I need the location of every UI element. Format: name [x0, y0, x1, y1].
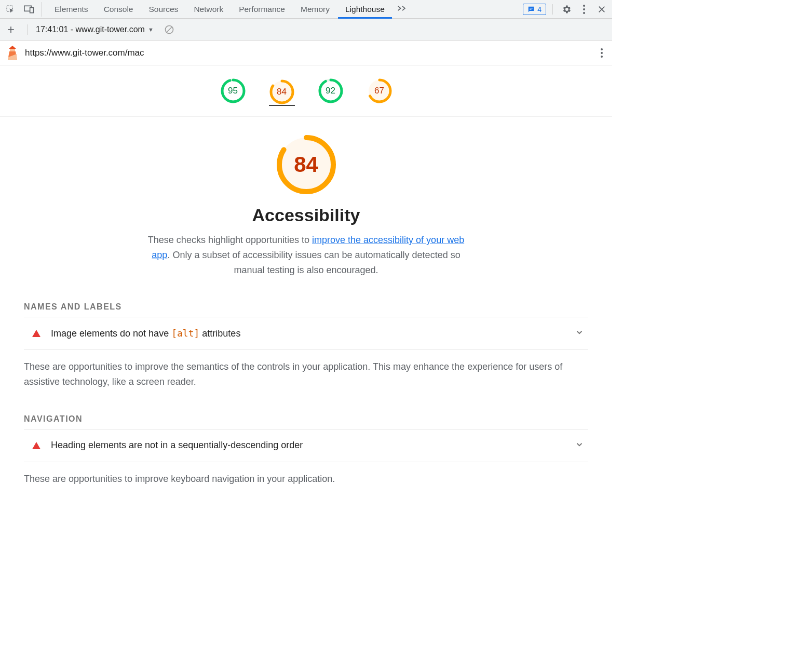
tab-elements[interactable]: Elements	[47, 0, 96, 19]
audit-title: Image elements do not have [alt] attribu…	[51, 328, 240, 339]
report-url-row: https://www.git-tower.com/mac	[0, 41, 612, 65]
svg-rect-2	[30, 7, 34, 12]
score-pill-best-practices[interactable]: 92	[318, 78, 344, 106]
chevron-down-icon: ▼	[148, 26, 154, 33]
audit-row-alt[interactable]: Image elements do not have [alt] attribu…	[24, 317, 588, 350]
svg-rect-3	[530, 8, 533, 8]
score-pill-accessibility[interactable]: 84	[269, 78, 295, 106]
fail-triangle-icon	[32, 330, 40, 337]
audit-text-code: [alt]	[171, 328, 199, 339]
tab-performance[interactable]: Performance	[232, 0, 292, 19]
run-selector[interactable]: 17:41:01 - www.git-tower.com ▼	[36, 25, 154, 34]
separator	[27, 24, 28, 35]
tab-memory[interactable]: Memory	[293, 0, 337, 19]
separator	[552, 4, 553, 15]
tab-lighthouse[interactable]: Lighthouse	[338, 0, 392, 19]
inspect-icon[interactable]	[3, 2, 18, 17]
desc-post: . Only a subset of accessibility issues …	[167, 250, 460, 275]
audit-title: Heading elements are not in a sequential…	[51, 440, 303, 451]
audit-text-pre: Image elements do not have	[51, 328, 171, 339]
score-value: 84	[269, 79, 295, 105]
issues-count: 4	[537, 5, 542, 14]
section-desc-names: These are opportunities to improve the s…	[24, 359, 588, 389]
report-body: 84 Accessibility These checks highlight …	[0, 117, 612, 507]
audit-row-heading-order[interactable]: Heading elements are not in a sequential…	[24, 429, 588, 462]
svg-rect-4	[530, 9, 532, 9]
svg-rect-7	[10, 49, 15, 51]
close-icon[interactable]	[594, 2, 609, 17]
score-summary: 95 84 92 67	[0, 65, 612, 117]
category-description: These checks highlight opportunities to …	[140, 233, 472, 277]
lighthouse-app-icon	[6, 46, 19, 60]
tab-network[interactable]: Network	[186, 0, 231, 19]
tool-icon-group	[3, 2, 42, 17]
category-title: Accessibility	[252, 205, 360, 225]
section-heading-names: NAMES AND LABELS	[24, 302, 588, 312]
devtools-tab-strip: Elements Console Sources Network Perform…	[0, 0, 612, 19]
category-gauge: 84 Accessibility These checks highlight …	[24, 133, 588, 277]
clear-icon[interactable]	[162, 22, 177, 37]
score-pill-performance[interactable]: 95	[220, 78, 246, 106]
score-value: 92	[318, 78, 344, 104]
section-heading-nav: NAVIGATION	[24, 414, 588, 424]
score-pill-seo[interactable]: 67	[367, 78, 392, 106]
section-desc-nav: These are opportunities to improve keybo…	[24, 472, 588, 487]
report-menu-icon[interactable]	[598, 45, 606, 61]
kebab-menu-icon[interactable]	[580, 2, 588, 17]
chevron-down-icon	[575, 328, 584, 339]
svg-marker-6	[9, 46, 16, 49]
score-value: 67	[367, 78, 392, 104]
toolbar-right: 4	[523, 2, 609, 17]
chevron-down-icon	[575, 440, 584, 451]
run-label: 17:41:01 - www.git-tower.com	[36, 25, 145, 34]
desc-pre: These checks highlight opportunities to	[148, 235, 312, 245]
device-toggle-icon[interactable]	[22, 2, 36, 17]
report-url[interactable]: https://www.git-tower.com/mac	[25, 48, 144, 58]
tab-console[interactable]: Console	[97, 0, 141, 19]
issues-badge[interactable]: 4	[523, 4, 546, 15]
new-report-button[interactable]: +	[3, 22, 19, 37]
tab-sources[interactable]: Sources	[142, 0, 186, 19]
lighthouse-run-bar: + 17:41:01 - www.git-tower.com ▼	[0, 19, 612, 41]
settings-gear-icon[interactable]	[559, 2, 574, 17]
more-tabs-icon[interactable]	[393, 4, 412, 15]
category-score: 84	[275, 133, 337, 196]
fail-triangle-icon	[32, 442, 40, 449]
score-value: 95	[220, 78, 246, 104]
audit-text-post: attributes	[199, 328, 240, 339]
